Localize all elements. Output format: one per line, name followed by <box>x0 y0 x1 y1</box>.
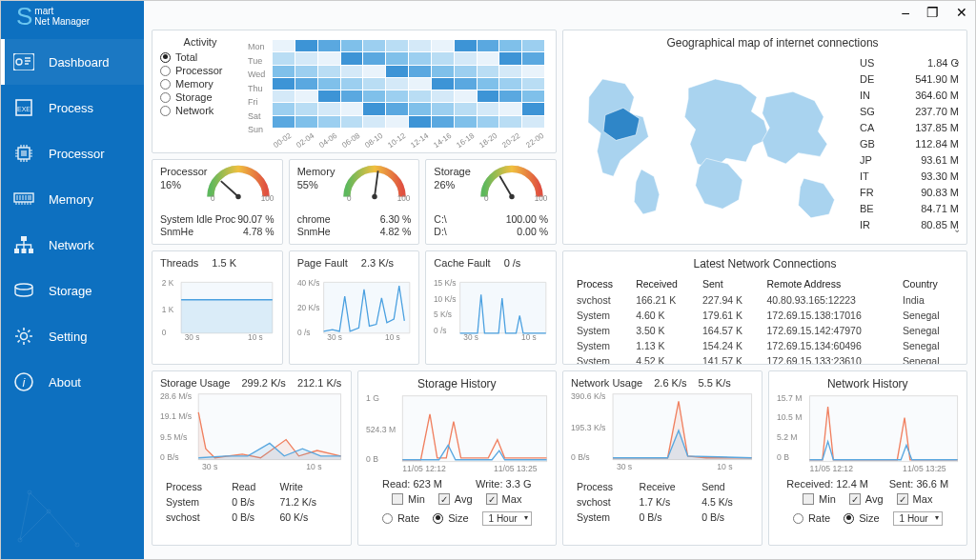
table-row[interactable]: System0 B/s0 B/s <box>573 510 752 524</box>
geo-country-list[interactable]: ⌃ US1.84 GDE541.90 MIN364.60 MSG237.70 M… <box>860 55 959 238</box>
minimize-button[interactable]: – <box>902 5 909 24</box>
radio-rate[interactable]: Rate <box>793 512 830 524</box>
network-usage-card: Network Usage2.6 K/s5.5 K/s 390.6 K/s195… <box>562 370 762 546</box>
gauge-title: Processor <box>160 166 208 177</box>
nav-setting[interactable]: Setting <box>1 313 144 359</box>
nav-storage[interactable]: Storage <box>1 268 144 313</box>
activity-radio-network[interactable]: Network <box>160 105 240 116</box>
svg-text:0: 0 <box>162 329 167 337</box>
geo-row[interactable]: FR90.83 M <box>860 185 959 201</box>
check-max[interactable]: ✓Max <box>897 493 933 505</box>
memory-icon <box>12 188 35 210</box>
svg-text:100: 100 <box>260 194 274 202</box>
geo-row[interactable]: US1.84 G <box>860 55 959 71</box>
gauge-storage: Storage 26% 0100 C:\100.00 % D:\0.00 % <box>425 159 557 245</box>
svg-text:10 s: 10 s <box>717 462 732 471</box>
gauge-processor: Processor 16% 0100 System Idle Proc90.07… <box>152 159 283 245</box>
svg-rect-70 <box>809 396 957 462</box>
gauge-memory: Memory 55% 0100 chrome6.30 % SnmHe4.82 % <box>289 159 420 245</box>
svg-text:0 B/s: 0 B/s <box>160 452 179 462</box>
svg-text:10 K/s: 10 K/s <box>434 295 456 304</box>
check-max[interactable]: ✓Max <box>486 493 522 505</box>
svg-point-1 <box>16 59 22 65</box>
svg-point-11 <box>15 284 32 290</box>
storage-usage-card: Storage Usage299.2 K/s212.1 K/s 28.6 M/s… <box>152 370 352 546</box>
activity-heatmap: MonTueWedThuFriSatSun 00-0202-0404-0606-… <box>248 36 548 147</box>
svg-text:EXE: EXE <box>17 106 30 112</box>
storage-history-checks[interactable]: Min✓Avg✓Max <box>366 491 549 507</box>
geo-row[interactable]: IT93.30 M <box>860 169 959 185</box>
svg-text:5 K/s: 5 K/s <box>434 310 452 319</box>
svg-text:10 s: 10 s <box>306 462 321 471</box>
svg-text:100: 100 <box>397 194 411 202</box>
nav-process[interactable]: EXE Process <box>1 85 144 130</box>
storage-period-select[interactable]: 1 Hour <box>482 511 532 526</box>
svg-text:30 s: 30 s <box>202 462 217 471</box>
geo-row[interactable]: DE541.90 M <box>860 71 959 88</box>
scroll-down-icon[interactable]: ⌄ <box>953 224 959 234</box>
pagefault-card: Page Fault2.3 K/s 40 K/s20 K/s0 /s30 s10… <box>289 250 420 365</box>
svg-point-12 <box>21 333 28 340</box>
activity-radio-processor[interactable]: Processor <box>160 65 240 76</box>
geo-row[interactable]: CA137.85 M <box>860 120 959 136</box>
activity-radio-total[interactable]: Total <box>160 51 240 63</box>
geo-row[interactable]: SG237.70 M <box>860 104 959 120</box>
svg-text:0: 0 <box>211 194 215 202</box>
geo-row[interactable]: IR80.85 M <box>860 217 959 233</box>
svg-text:11/05 13:25: 11/05 13:25 <box>903 464 946 473</box>
table-row[interactable]: svchost1.7 K/s4.5 K/s <box>573 495 752 509</box>
table-row[interactable]: System3.50 K164.57 K172.69.15.142:47970S… <box>573 324 957 337</box>
svg-text:195.3 K/s: 195.3 K/s <box>571 423 605 432</box>
geo-row[interactable]: JP93.61 M <box>860 152 959 169</box>
svg-text:30 s: 30 s <box>464 333 479 342</box>
geo-row[interactable]: IN364.60 M <box>860 88 959 104</box>
activity-radio-storage[interactable]: Storage <box>160 91 240 103</box>
svg-rect-5 <box>21 150 27 156</box>
activity-radio-memory[interactable]: Memory <box>160 78 240 90</box>
gauge-arc-icon: 0100 <box>476 164 548 202</box>
close-button[interactable]: ✕ <box>956 5 967 24</box>
svg-text:i: i <box>23 375 27 390</box>
nav-dashboard[interactable]: Dashboard <box>1 39 144 85</box>
nav-network[interactable]: Network <box>1 222 144 268</box>
nav-label: Processor <box>49 147 105 161</box>
svg-text:0 /s: 0 /s <box>297 329 310 337</box>
maximize-button[interactable]: ❐ <box>926 5 939 24</box>
network-history-checks[interactable]: Min✓Avg✓Max <box>777 491 960 507</box>
nav-about[interactable]: i About <box>1 359 144 405</box>
svg-text:11/05 12:12: 11/05 12:12 <box>402 464 446 473</box>
check-min[interactable]: Min <box>803 493 836 505</box>
svg-text:0 B/s: 0 B/s <box>571 452 590 462</box>
check-avg[interactable]: ✓Avg <box>438 493 473 505</box>
geo-title: Geographical map of internet connections <box>571 36 967 50</box>
radio-size[interactable]: Size <box>844 512 879 524</box>
network-period-select[interactable]: 1 Hour <box>893 511 943 526</box>
sidebar: S martNet Manager Dashboard EXE Process … <box>1 1 144 559</box>
table-row[interactable]: System0 B/s71.2 K/s <box>162 495 341 509</box>
geo-row[interactable]: GB112.84 M <box>860 136 959 152</box>
radio-rate[interactable]: Rate <box>382 512 419 524</box>
threads-card: Threads1.5 K 2 K1 K030 s10 s <box>152 250 283 365</box>
svg-rect-57 <box>402 396 546 462</box>
svg-text:0 /s: 0 /s <box>434 327 446 335</box>
scroll-up-icon[interactable]: ⌃ <box>953 59 959 70</box>
check-avg[interactable]: ✓Avg <box>849 493 884 505</box>
table-row[interactable]: System4.52 K141.57 K172.69.15.133:23610S… <box>573 354 957 365</box>
process-icon: EXE <box>12 96 35 119</box>
nav-label: Storage <box>49 284 92 298</box>
table-row[interactable]: svchost166.21 K227.94 K40.80.93.165:1222… <box>573 293 957 307</box>
table-row[interactable]: System1.13 K154.24 K172.69.15.134:60496S… <box>573 339 957 352</box>
storage-history-card: Storage History 1 G524.3 M0 B11/05 12:12… <box>357 370 558 546</box>
geo-row[interactable]: BE84.71 M <box>860 201 959 217</box>
nav-processor[interactable]: Processor <box>1 130 144 176</box>
svg-text:390.6 K/s: 390.6 K/s <box>571 391 605 401</box>
check-min[interactable]: Min <box>392 493 425 505</box>
nav-memory[interactable]: Memory <box>1 176 144 222</box>
svg-text:0 B: 0 B <box>366 454 378 464</box>
table-row[interactable]: System4.60 K179.61 K172.69.15.138:17016S… <box>573 309 957 322</box>
svg-text:40 K/s: 40 K/s <box>297 279 319 288</box>
table-row[interactable]: svchost0 B/s60 K/s <box>162 510 341 524</box>
radio-size[interactable]: Size <box>433 512 468 524</box>
svg-rect-8 <box>14 249 19 253</box>
connections-table: ProcessReceivedSentRemote AddressCountry… <box>571 274 959 365</box>
